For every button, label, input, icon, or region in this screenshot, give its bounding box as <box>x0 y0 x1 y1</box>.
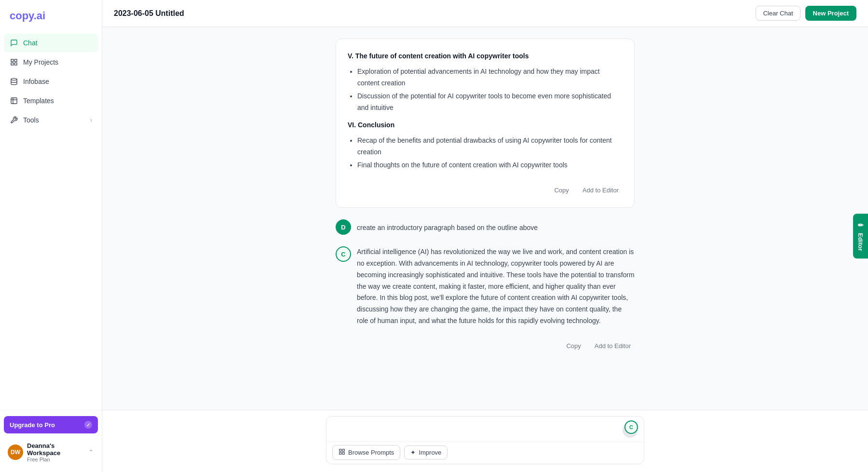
sidebar-item-chat[interactable]: Chat <box>4 34 98 52</box>
svg-rect-2 <box>14 63 17 65</box>
project-title: 2023-06-05 Untitled <box>114 9 184 18</box>
sidebar-nav: Chat My Projects Infobase Templates <box>0 34 102 410</box>
ai-avatar: C <box>336 246 351 262</box>
message-container: V. The future of content creation with A… <box>326 39 644 351</box>
svg-rect-9 <box>342 449 344 451</box>
improve-button[interactable]: ✦ Improve <box>404 445 448 459</box>
check-icon: ✓ <box>84 421 92 429</box>
sidebar-item-label: Chat <box>23 39 38 47</box>
header-actions: Clear Chat New Project <box>756 6 856 21</box>
header: 2023-06-05 Untitled Clear Chat New Proje… <box>102 0 868 27</box>
chevron-right-icon: › <box>90 117 92 123</box>
section-vi-list: Recap of the benefits and potential draw… <box>348 135 623 171</box>
logo: copy.ai <box>10 10 45 22</box>
user-info: Deanna's Workspace Free Plan <box>27 442 84 462</box>
sidebar-bottom: Upgrade to Pro ✓ DW Deanna's Workspace F… <box>0 410 102 472</box>
new-project-button[interactable]: New Project <box>805 6 856 21</box>
section-v-list: Exploration of potential advancements in… <box>348 66 623 114</box>
add-to-editor-button-2[interactable]: Add to Editor <box>591 340 635 351</box>
ai-card-content: V. The future of content creation with A… <box>348 51 623 171</box>
clear-chat-button[interactable]: Clear Chat <box>756 6 800 21</box>
svg-rect-8 <box>339 449 341 451</box>
chat-input[interactable] <box>332 420 619 438</box>
list-item: Exploration of potential advancements in… <box>357 66 623 89</box>
ai-card-actions: Copy Add to Editor <box>357 335 635 351</box>
infobase-icon <box>10 77 18 86</box>
list-item: Recap of the benefits and potential draw… <box>357 135 623 158</box>
browse-prompts-label: Browse Prompts <box>348 449 394 456</box>
input-area: C Browse Prompts ✦ Improve <box>102 410 868 472</box>
user-avatar: D <box>336 219 351 235</box>
section-title-vi: VI. Conclusion <box>348 120 623 131</box>
sidebar-item-my-projects[interactable]: My Projects <box>4 53 98 71</box>
browse-prompts-button[interactable]: Browse Prompts <box>332 445 400 460</box>
svg-rect-3 <box>11 63 14 65</box>
pencil-icon: ✏ <box>858 221 864 229</box>
chat-icon <box>10 39 18 47</box>
browse-prompts-icon <box>339 448 345 457</box>
svg-rect-1 <box>14 59 17 62</box>
section-title-v: V. The future of content creation with A… <box>348 51 623 62</box>
improve-icon: ✦ <box>410 449 416 456</box>
user-name: Deanna's Workspace <box>27 442 84 457</box>
editor-tab-label: Editor <box>857 233 864 251</box>
editor-tab[interactable]: ✏ Editor <box>853 214 868 259</box>
card-actions: Copy Add to Editor <box>348 179 623 196</box>
input-toolbar: Browse Prompts ✦ Improve <box>326 442 644 464</box>
chat-input-box: C Browse Prompts ✦ Improve <box>326 416 644 464</box>
main-area: 2023-06-05 Untitled Clear Chat New Proje… <box>102 0 868 472</box>
sidebar-item-label: Tools <box>23 116 39 124</box>
input-field-row <box>326 417 644 442</box>
sidebar-item-templates[interactable]: Templates <box>4 92 98 110</box>
svg-rect-11 <box>339 452 341 454</box>
expand-icon: ⌃ <box>88 448 94 456</box>
sidebar-item-label: Infobase <box>23 78 49 85</box>
logo-area: copy.ai <box>0 0 102 34</box>
list-item: Discussion of the potential for AI copyw… <box>357 91 623 114</box>
copyai-input-icon: C <box>624 420 638 434</box>
chat-area: V. The future of content creation with A… <box>102 27 868 410</box>
sidebar-item-tools[interactable]: Tools › <box>4 111 98 129</box>
user-message-text: create an introductory paragraph based o… <box>357 219 538 233</box>
svg-rect-0 <box>11 59 14 62</box>
avatar: DW <box>8 445 23 460</box>
copy-button-2[interactable]: Copy <box>562 340 584 351</box>
user-message: D create an introductory paragraph based… <box>336 219 635 235</box>
copy-button[interactable]: Copy <box>550 185 572 196</box>
projects-icon <box>10 58 18 67</box>
list-item: Final thoughts on the future of content … <box>357 160 623 171</box>
sidebar-item-infobase[interactable]: Infobase <box>4 72 98 91</box>
sidebar-item-label: Templates <box>23 97 54 105</box>
ai-message-text: Artificial intelligence (AI) has revolut… <box>357 246 635 327</box>
svg-point-4 <box>11 78 17 80</box>
add-to-editor-button[interactable]: Add to Editor <box>579 185 623 196</box>
sidebar-item-label: My Projects <box>23 58 58 66</box>
svg-rect-10 <box>342 452 344 454</box>
tools-icon <box>10 116 18 124</box>
upgrade-label: Upgrade to Pro <box>10 421 55 429</box>
ai-message: C Artificial intelligence (AI) has revol… <box>336 246 635 351</box>
svg-rect-5 <box>11 98 17 104</box>
upgrade-to-pro-button[interactable]: Upgrade to Pro ✓ <box>4 416 98 433</box>
sidebar: copy.ai Chat My Projects Infobase <box>0 0 102 472</box>
improve-label: Improve <box>419 449 441 456</box>
templates-icon <box>10 96 18 105</box>
ai-message-content: Artificial intelligence (AI) has revolut… <box>357 246 635 351</box>
ai-response-card: V. The future of content creation with A… <box>336 39 635 208</box>
user-area[interactable]: DW Deanna's Workspace Free Plan ⌃ <box>4 438 98 466</box>
user-plan: Free Plan <box>27 457 84 462</box>
